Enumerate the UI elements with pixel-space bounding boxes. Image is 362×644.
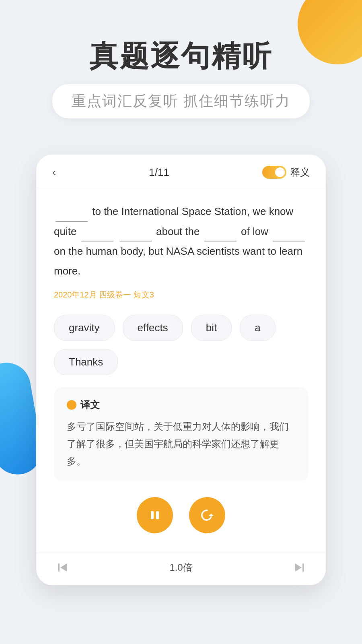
svg-rect-3 bbox=[58, 564, 60, 572]
toggle-area: 释义 bbox=[262, 166, 310, 179]
word-chip-gravity[interactable]: gravity bbox=[54, 315, 115, 341]
sentence-part-3: about the bbox=[156, 225, 203, 237]
pause-icon bbox=[148, 509, 161, 522]
svg-marker-6 bbox=[295, 564, 302, 572]
trans-header: 译文 bbox=[67, 398, 295, 411]
svg-rect-1 bbox=[156, 511, 159, 519]
sentence-part-4: of low bbox=[241, 225, 271, 237]
word-chip-effects[interactable]: effects bbox=[123, 315, 183, 341]
svg-marker-2 bbox=[209, 514, 214, 516]
audio-controls bbox=[54, 493, 308, 541]
trans-title: 译文 bbox=[80, 398, 100, 411]
translation-box: 译文 多亏了国际空间站，关于低重力对人体的影响，我们了解了很多，但美国宇航局的科… bbox=[54, 387, 308, 481]
trans-dot-icon bbox=[67, 400, 76, 410]
blank-2 bbox=[81, 233, 113, 242]
source-tag: 2020年12月 四级卷一 短文3 bbox=[54, 289, 308, 300]
card-content: to the International Space Station, we k… bbox=[36, 187, 326, 553]
skip-next-button[interactable] bbox=[294, 561, 306, 574]
blank-4 bbox=[204, 233, 237, 242]
replay-icon bbox=[200, 508, 214, 522]
svg-rect-5 bbox=[302, 564, 304, 572]
phone-card: ‹ 1/11 释义 to the International Space Sta… bbox=[36, 155, 326, 585]
blank-5 bbox=[273, 233, 305, 242]
header-section: 真题逐句精听 重点词汇反复听 抓住细节练听力 bbox=[0, 0, 362, 134]
word-chip-a[interactable]: a bbox=[240, 315, 275, 341]
toggle-label: 释义 bbox=[290, 166, 310, 179]
bottom-bar: 1.0倍 bbox=[36, 553, 326, 585]
card-header: ‹ 1/11 释义 bbox=[36, 155, 326, 187]
word-chip-thanks[interactable]: Thanks bbox=[54, 349, 118, 375]
sentence-part-5: on the human body, but NASA scientists w… bbox=[54, 245, 302, 277]
pause-button[interactable] bbox=[137, 497, 173, 533]
svg-rect-0 bbox=[151, 511, 154, 519]
page-counter: 1/11 bbox=[149, 166, 169, 179]
blank-3 bbox=[119, 233, 152, 242]
playback-speed[interactable]: 1.0倍 bbox=[169, 561, 192, 574]
word-chips-container: gravity effects bit a Thanks bbox=[54, 315, 308, 375]
skip-next-icon bbox=[294, 561, 306, 574]
blank-1 bbox=[56, 214, 88, 222]
skip-prev-button[interactable] bbox=[56, 561, 68, 574]
back-button[interactable]: ‹ bbox=[52, 166, 56, 179]
replay-button[interactable] bbox=[189, 497, 225, 533]
main-title: 真题逐句精听 bbox=[24, 40, 338, 72]
toggle-switch[interactable] bbox=[262, 166, 286, 179]
word-chip-bit[interactable]: bit bbox=[191, 315, 232, 341]
skip-prev-icon bbox=[56, 561, 68, 574]
subtitle-pill: 重点词汇反复听 抓住细节练听力 bbox=[52, 84, 310, 118]
trans-text: 多亏了国际空间站，关于低重力对人体的影响，我们了解了很多，但美国宇航局的科学家们… bbox=[67, 418, 295, 470]
svg-marker-4 bbox=[60, 564, 67, 572]
sentence-text: to the International Space Station, we k… bbox=[54, 202, 308, 281]
